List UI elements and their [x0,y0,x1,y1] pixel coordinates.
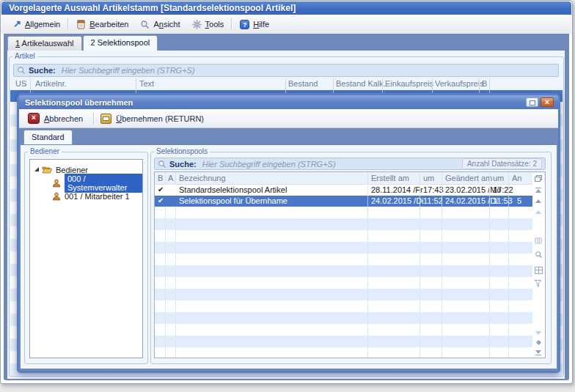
menu-item-allgemein[interactable]: ↗ Allgemein [7,18,66,30]
dialog-tab-page: Bediener Bediener 000 / Systemverwalter [21,145,557,369]
col-artikelnr[interactable]: Artikelnr. [35,79,67,88]
menu-separator [231,18,232,30]
scroll-down-icon[interactable] [534,331,543,335]
dialog-restore-button[interactable] [526,97,538,107]
cell-geaendert-um: 17:22 [493,185,513,194]
col-an[interactable]: An [512,174,521,182]
bediener-group-label: Bediener [28,147,62,156]
user-icon [52,179,61,188]
menu-item-tools[interactable]: Tools [186,18,230,31]
cell-erstellt-um: 11:52 [423,196,443,205]
window-titlebar: Vorgelagerte Auswahl Artikelstamm [Stand… [1,1,571,15]
col-b[interactable]: B [158,174,163,182]
pool-row-selected-uebernahme[interactable]: ✔ Selektionspool für Übernhame 24.02.201… [155,196,532,207]
bediener-tree-panel: Bediener 000 / Systemverwalter 001 / Mit… [29,159,143,358]
search-icon [17,66,26,75]
tab-standard[interactable]: Standard [23,130,73,144]
col-geaendert-am[interactable]: Geändert am [445,174,492,182]
col-einkaufspreis[interactable]: Einkaufspreis [385,79,433,88]
dialog-toolbar: × Abbrechen Übernehmen (RETURN) [19,109,558,128]
cell-bezeichnung: Selektionspool für Übernhame [179,196,288,205]
menu-separator [67,18,69,30]
menu-item-bearbeiten[interactable]: Bearbeiten [70,18,134,31]
tab-artikelauswahl[interactable]: 1 Artikelauswahl [7,36,82,51]
close-icon: × [545,97,549,106]
artikel-search-bar[interactable]: Suche: [13,64,559,77]
search-icon [158,160,166,169]
menu-label: Hilfe [253,20,269,29]
user-icon [52,192,61,201]
apply-button[interactable]: Übernehmen (RETURN) [99,112,210,125]
pools-table-panel: B A Bezeichnung Erstellt am um Geändert … [154,171,546,358]
main-tabstrip: 1 Artikelauswahl 2 Selektionspool [7,34,158,51]
arrow-up-right-icon: ↗ [13,20,21,29]
cell-bezeichnung: Standardselektionspool Artikel [179,185,287,194]
cell-erstellt-am: 28.11.2014 /Fr [371,185,423,194]
col-verkaufspreis[interactable]: Verkaufspreis [435,79,484,88]
menu-item-ansicht[interactable]: Ansicht [134,18,186,31]
menu-label: Ansicht [153,20,180,29]
magnifier-icon [140,20,150,29]
menu-label: Tools [205,20,224,29]
artikel-search-input[interactable] [60,65,555,75]
restore-icon [530,100,535,106]
screen: Vorgelagerte Auswahl Artikelstamm [Stand… [0,0,575,392]
pools-group-label: Selektionspools [154,147,210,156]
checked-icon: ✔ [158,185,164,193]
notebook-icon [76,20,86,29]
pools-search-input[interactable] [201,159,462,169]
table-nav-strip: (||) [532,173,544,357]
tree-item-mitarbeiter1[interactable]: 001 / Mitarbeiter 1 [30,190,142,202]
cancel-x-icon: × [28,113,40,124]
col-a[interactable]: A [168,174,173,182]
cancel-button[interactable]: × Abbrechen [26,111,89,125]
window-title: Vorgelagerte Auswahl Artikelstamm [Stand… [1,3,296,13]
cell-geaendert-um: 11:53 [493,196,513,205]
pool-row-standardselektionspool[interactable]: ✔ Standardselektionspool Artikel 28.11.2… [155,185,532,196]
tab-selektionspool[interactable]: 2 Selektionspool [83,35,158,51]
records-icon[interactable]: (||) [534,237,543,243]
scroll-up-icon[interactable] [534,199,543,203]
help-icon: ? [240,20,249,29]
pools-groupbox: Selektionspools Suche: Anzahl Datensätze… [150,152,552,364]
scroll-up-page-icon[interactable] [534,210,543,214]
goto-bottom-icon[interactable] [534,350,543,355]
search-label: Suche: [29,66,56,75]
col-b[interactable]: B [482,79,487,88]
marker-icon[interactable] [534,341,543,344]
filter-icon[interactable] [534,280,543,287]
col-us[interactable]: US [15,79,26,88]
dialog-titlebar: Selektionspool übernehmen [19,95,558,109]
col-text[interactable]: Text [139,79,154,88]
col-um-2[interactable]: um [493,174,504,182]
col-bezeichnung[interactable]: Bezeichnung [179,174,226,182]
pools-table-header: B A Bezeichnung Erstellt am um Geändert … [155,172,545,185]
menu-item-hilfe[interactable]: ? Hilfe [234,18,275,31]
cell-erstellt-um: 17:43 [423,185,444,194]
col-bestand-kalk[interactable]: Bestand Kalk. [336,79,386,88]
cell-erstellt-am: 24.02.2015 /Di [371,196,424,205]
col-um-1[interactable]: um [423,174,434,182]
tree-item-label: 001 / Mitarbeiter 1 [65,192,130,201]
tree-expander-icon[interactable] [34,167,39,171]
table-search-icon[interactable] [534,251,543,259]
goto-top-icon[interactable] [534,188,543,193]
main-window: Vorgelagerte Auswahl Artikelstamm [Stand… [0,0,573,384]
col-erstellt-am[interactable]: Erstellt am [371,174,409,182]
col-bestand[interactable]: Bestand [288,79,318,88]
dialog-close-button[interactable]: × [541,97,554,107]
search-label: Suche: [169,160,197,169]
record-count-badge: Anzahl Datensätze: 2 [462,158,542,169]
grid-view-icon[interactable] [534,267,543,274]
tree-item-systemverwalter[interactable]: 000 / Systemverwalter [30,177,142,189]
pools-empty-rows [155,207,532,358]
menubar: ↗ Allgemein Bearbeiten Ansicht Tools ? H… [1,15,571,34]
apply-icon [100,114,111,124]
pools-search-bar[interactable]: Suche: Anzahl Datensätze: 2 [154,158,546,170]
dialog-selektionspool-uebernehmen: Selektionspool übernehmen × × Abbrechen … [17,93,560,373]
menu-label: Allgemein [25,20,60,29]
cancel-label: Abbrechen [44,114,83,123]
column-chooser-icon[interactable] [535,175,541,181]
folder-open-icon [42,166,52,174]
checked-icon: ✔ [158,196,164,204]
